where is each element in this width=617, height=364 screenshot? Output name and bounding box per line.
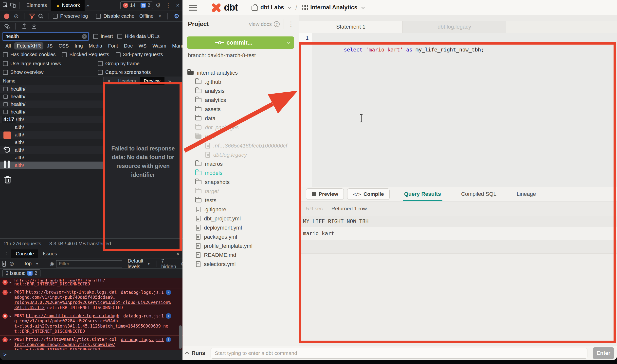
- request-row[interactable]: alth/: [0, 154, 103, 162]
- account-switcher[interactable]: dbt Labs: [252, 4, 290, 11]
- results-tab[interactable]: Compiled SQL: [460, 191, 498, 201]
- console-error-entry[interactable]: ✕ ▶ datadog-logs.js:1i POSThttps://brows…: [0, 288, 182, 312]
- devtools-close-icon[interactable]: ×: [173, 2, 182, 9]
- throttling-dropdown[interactable]: Offline: [139, 13, 153, 19]
- sql-editor[interactable]: 1 select 'mario kart' as my_life_right_n…: [299, 33, 617, 187]
- file-tree-item[interactable]: selectors.yml: [182, 260, 299, 269]
- file-tree-item[interactable]: macros: [182, 159, 299, 168]
- filter-funnel-icon[interactable]: [28, 13, 36, 20]
- file-tree-item[interactable]: target: [182, 187, 299, 196]
- resource-type-chip[interactable]: WS: [136, 42, 149, 50]
- invert-checkbox[interactable]: Invert: [93, 33, 113, 39]
- tab-console[interactable]: Console: [11, 249, 38, 258]
- device-toolbar-icon[interactable]: [9, 2, 17, 9]
- commit-button[interactable]: commit...: [187, 36, 294, 49]
- trash-icon[interactable]: [4, 175, 11, 185]
- file-tree-item[interactable]: .github: [182, 77, 299, 86]
- source-link[interactable]: datadog-logs.js:1: [121, 290, 164, 295]
- issues-chip[interactable]: 2 Issues: ▤ 2: [2, 269, 40, 277]
- detail-close-icon[interactable]: ×: [104, 77, 114, 85]
- file-tree-item[interactable]: models: [182, 168, 299, 178]
- preview-button[interactable]: Preview: [306, 188, 344, 200]
- network-option-checkbox[interactable]: Use large request rows: [3, 61, 98, 66]
- disclosure-icon[interactable]: ▶: [10, 290, 11, 295]
- file-tree-item[interactable]: deployment.yml: [182, 223, 299, 232]
- file-tree-item[interactable]: profile_template.yml: [182, 241, 299, 250]
- sidebar-kebab-icon[interactable]: ⋮: [284, 19, 295, 29]
- kebab-menu-icon[interactable]: ⋮: [163, 2, 173, 9]
- pause-recording-button[interactable]: [4, 161, 10, 168]
- resource-type-chip[interactable]: Media: [86, 42, 105, 50]
- console-filter-input[interactable]: [56, 260, 122, 267]
- file-tree-item[interactable]: packages.yml: [182, 232, 299, 241]
- context-selector[interactable]: top: [25, 261, 32, 266]
- request-row[interactable]: alth/: [0, 131, 103, 139]
- view-docs-link[interactable]: view docs ?: [249, 21, 280, 27]
- resource-type-chip[interactable]: Wasm: [150, 42, 169, 50]
- resource-type-chip[interactable]: CSS: [56, 42, 71, 50]
- console-error-entry[interactable]: ✕ ▶ i https://cloud.getdbt.com/#/…/healt…: [0, 278, 182, 288]
- commit-dropdown[interactable]: [281, 36, 294, 49]
- settings-gear-icon[interactable]: ⚙: [153, 2, 163, 9]
- clear-filter-icon[interactable]: ✕: [82, 34, 87, 39]
- file-tree-item[interactable]: data: [182, 114, 299, 123]
- disclosure-icon[interactable]: ▶: [10, 337, 11, 342]
- network-option-checkbox[interactable]: Group by frame: [98, 61, 180, 66]
- dbt-command-input[interactable]: [211, 348, 587, 359]
- file-tree-item[interactable]: README.md: [182, 250, 299, 260]
- results-tab[interactable]: Lineage: [515, 191, 537, 201]
- network-filter-checkbox[interactable]: Blocked Requests: [62, 52, 109, 57]
- editor-tab[interactable]: Statement 1: [299, 21, 403, 33]
- file-tree-item[interactable]: analysis: [182, 86, 299, 96]
- stop-recording-button[interactable]: [3, 132, 11, 139]
- clear-icon[interactable]: ⊘: [14, 13, 19, 20]
- scrollbar-thumb[interactable]: [179, 325, 182, 349]
- live-expression-icon[interactable]: ◉: [50, 261, 54, 267]
- tab-headers[interactable]: Headers: [114, 77, 140, 85]
- network-filter-checkbox[interactable]: Has blocked cookies: [3, 52, 55, 57]
- file-tree-item[interactable]: dbt_packages: [182, 123, 299, 132]
- disclosure-icon[interactable]: ▶: [10, 314, 11, 319]
- hide-data-urls-checkbox[interactable]: Hide data URLs: [117, 33, 160, 39]
- file-tree-item[interactable]: assets: [182, 105, 299, 114]
- tab-elements[interactable]: Elements: [22, 0, 51, 11]
- request-row[interactable]: health/: [0, 108, 103, 116]
- resource-type-chip[interactable]: JS: [44, 42, 55, 50]
- hamburger-menu-icon[interactable]: [189, 5, 197, 11]
- resource-type-chip[interactable]: Fetch/XHR: [14, 42, 43, 50]
- disable-cache-checkbox[interactable]: Disable cache: [96, 13, 134, 19]
- console-error-entry[interactable]: ✕ ▶ datadog-rum.js:1i POSThttps://rum-ht…: [0, 312, 182, 336]
- runs-toggle[interactable]: Runs: [186, 350, 205, 356]
- dropdown-caret-icon[interactable]: ▾: [159, 14, 161, 18]
- network-option-checkbox[interactable]: Show overview: [3, 69, 98, 75]
- compile-button[interactable]: </> Compile: [347, 188, 389, 200]
- resource-type-chip[interactable]: Img: [72, 42, 85, 50]
- source-link[interactable]: datadog-logs.js:1: [121, 337, 164, 342]
- console-error-entry[interactable]: ✕ ▶ datadog-logs.js:1i POSThttps://fisht…: [0, 336, 182, 350]
- console-kebab-icon[interactable]: ⋮: [1, 250, 11, 257]
- clear-console-icon[interactable]: ⊘: [9, 260, 14, 267]
- project-switcher[interactable]: Internal Analytics: [302, 4, 364, 11]
- request-row[interactable]: alth/: [0, 123, 103, 131]
- inspect-icon[interactable]: [2, 2, 9, 9]
- preserve-log-checkbox[interactable]: Preserve log: [53, 13, 88, 19]
- tab-issues[interactable]: Issues: [38, 249, 61, 258]
- request-row[interactable]: health/: [0, 93, 103, 100]
- search-icon[interactable]: [37, 13, 45, 20]
- editor-tab[interactable]: dbt.log.legacy: [403, 21, 506, 33]
- log-levels-dropdown[interactable]: Default levels: [128, 258, 143, 269]
- request-row[interactable]: health/: [0, 85, 103, 93]
- network-option-checkbox[interactable]: Capture screenshots: [98, 69, 180, 75]
- file-tree-item[interactable]: dbt_project.yml: [182, 214, 299, 223]
- file-tree-item[interactable]: analytics: [182, 96, 299, 105]
- more-tabs-button[interactable]: »: [85, 2, 91, 8]
- request-row[interactable]: alth/: [0, 139, 103, 146]
- file-tree-item[interactable]: logs: [182, 132, 299, 141]
- tab-network[interactable]: ▲Network: [51, 0, 84, 11]
- source-link[interactable]: datadog-rum.js:1: [123, 314, 164, 319]
- resource-type-chip[interactable]: All: [3, 42, 13, 50]
- enter-button[interactable]: Enter: [593, 347, 614, 359]
- results-tab[interactable]: Query Results: [403, 191, 442, 201]
- detail-more-tabs[interactable]: »: [164, 77, 175, 85]
- resource-type-chip[interactable]: Font: [106, 42, 120, 50]
